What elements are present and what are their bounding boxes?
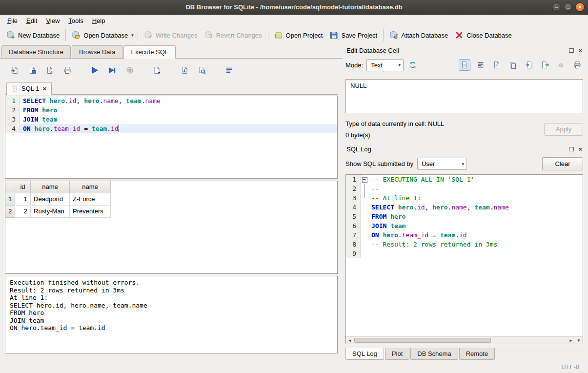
text-mode-button[interactable] — [459, 59, 470, 71]
table-row[interactable]: 22Rusty-ManPreventers — [5, 206, 337, 218]
menu-file[interactable]: File — [3, 16, 22, 26]
line-number: 4 — [5, 124, 20, 133]
table-row[interactable]: 11DeadpondZ-Force — [5, 193, 337, 206]
table-cell[interactable]: 2 — [15, 206, 31, 218]
attach-database-button[interactable]: Attach Database — [386, 29, 451, 41]
menu-tools[interactable]: Tools — [64, 16, 87, 26]
menu-help[interactable]: Help — [88, 16, 110, 26]
execute-all-button[interactable] — [89, 64, 101, 76]
save-project-button[interactable]: Save Project — [326, 29, 381, 41]
log-filter-label: Show SQL submitted by — [345, 160, 413, 167]
table-cell[interactable]: 1 — [15, 193, 31, 206]
sql-tab-close-icon[interactable]: × — [42, 85, 46, 92]
open-database-button[interactable]: Open Database — [68, 29, 131, 41]
column-header[interactable]: id — [15, 181, 31, 193]
auto-switch-mode-button[interactable] — [407, 59, 419, 71]
code-line[interactable]: 4ON hero.team_id = team.id — [5, 124, 337, 133]
table-cell[interactable]: Deadpond — [31, 193, 70, 206]
sql-log-view[interactable]: 1-- EXECUTING ALL IN 'SQL 1'2--3-- At li… — [346, 175, 583, 336]
scroll-down-icon[interactable]: ▼ — [575, 338, 583, 343]
export-cell-button[interactable] — [539, 59, 551, 71]
save-project-icon — [329, 31, 338, 40]
scroll-right-icon[interactable]: ▶ — [567, 338, 575, 343]
log-filter-select[interactable]: User ▾ — [417, 158, 467, 170]
tab-execute-sql[interactable]: Execute SQL — [123, 45, 176, 59]
sql-tab[interactable]: SQL 1 × — [6, 82, 52, 95]
import-cell-button[interactable] — [523, 59, 535, 71]
dock-tab-remote[interactable]: Remote — [459, 348, 495, 360]
find-replace-button[interactable] — [196, 64, 208, 76]
code-line[interactable]: 1SELECT hero.id, hero.name, team.name — [5, 96, 337, 105]
main-content: Database Structure Browse Data Execute S… — [0, 44, 588, 360]
code-line[interactable]: 9 — [346, 249, 583, 258]
save-sql-file-button[interactable] — [26, 64, 38, 76]
code-line[interactable]: 6JOIN team — [346, 221, 583, 230]
cell-editor[interactable]: NULL — [345, 79, 583, 113]
word-wrap-button[interactable] — [223, 64, 235, 76]
attach-database-label: Attach Database — [401, 32, 448, 39]
table-cell[interactable]: Rusty-Man — [31, 206, 70, 218]
scrollbar-track[interactable] — [354, 337, 567, 344]
fold-marker-icon[interactable] — [361, 175, 368, 184]
export-results-button[interactable] — [179, 64, 190, 76]
tab-browse-data[interactable]: Browse Data — [72, 45, 122, 58]
code-line[interactable]: 1-- EXECUTING ALL IN 'SQL 1' — [346, 175, 583, 184]
code-line[interactable]: 2-- — [346, 184, 583, 193]
row-header[interactable]: 1 — [5, 193, 15, 206]
new-database-button[interactable]: New Database — [3, 29, 63, 41]
line-number: 4 — [346, 203, 361, 212]
close-dock-icon[interactable]: × — [578, 146, 582, 152]
menu-view[interactable]: View — [41, 16, 64, 26]
clear-log-button[interactable]: Clear — [542, 157, 583, 170]
encoding-indicator[interactable]: UTF-8 — [561, 363, 579, 371]
open-project-button[interactable]: Open Project — [271, 29, 326, 41]
line-number: 1 — [5, 96, 20, 105]
toolbar-separator — [268, 29, 268, 41]
dock-tab-sql-log[interactable]: SQL Log — [345, 348, 384, 360]
open-in-editor-button[interactable] — [491, 59, 503, 71]
code-line[interactable]: 4SELECT hero.id, hero.name, team.name — [346, 203, 583, 212]
column-header[interactable]: name — [70, 181, 111, 193]
menu-edit[interactable]: Edit — [22, 16, 41, 26]
code-line[interactable]: 5FROM hero — [346, 212, 583, 221]
column-header[interactable]: name — [31, 181, 70, 193]
table-cell[interactable]: Preventers — [70, 206, 111, 218]
dock-tab-db-schema[interactable]: DB Schema — [410, 348, 458, 360]
revert-changes-label: Revert Changes — [216, 32, 262, 39]
minimize-button[interactable]: – — [552, 2, 561, 12]
dock-tab-plot[interactable]: Plot — [385, 348, 409, 360]
close-button[interactable]: × — [575, 2, 585, 12]
float-dock-icon[interactable] — [569, 147, 574, 151]
wrap-lines-button[interactable] — [475, 59, 487, 71]
toolbar-separator — [138, 29, 138, 41]
log-horizontal-scrollbar[interactable]: ◀ ▶ ▼ — [346, 336, 583, 344]
mode-select[interactable]: Text ▾ — [366, 59, 404, 71]
float-dock-icon[interactable] — [569, 48, 574, 53]
maximize-button[interactable]: □ — [564, 2, 573, 12]
open-project-icon — [274, 31, 283, 40]
print-sql-button[interactable] — [61, 64, 73, 76]
tab-database-structure[interactable]: Database Structure — [1, 45, 71, 58]
row-header[interactable]: 2 — [5, 206, 15, 218]
window-title: DB Browser for SQLite - /home/user/code/… — [0, 3, 588, 11]
table-cell[interactable]: Z-Force — [70, 193, 111, 206]
save-sql-as-button[interactable] — [44, 64, 56, 76]
sql-editor[interactable]: 1SELECT hero.id, hero.name, team.name2FR… — [5, 96, 338, 179]
code-line[interactable]: 3-- At line 1: — [346, 193, 583, 203]
open-sql-file-button[interactable] — [9, 64, 20, 76]
copy-cell-button[interactable] — [507, 59, 519, 71]
close-dock-icon[interactable]: × — [578, 47, 582, 54]
open-tab-button[interactable] — [151, 64, 163, 76]
copy-icon — [509, 61, 517, 69]
scroll-left-icon[interactable]: ◀ — [346, 338, 354, 343]
code-line[interactable]: 8-- Result: 2 rows returned in 3ms — [346, 240, 583, 249]
execute-line-button[interactable] — [106, 64, 118, 76]
close-database-button[interactable]: Close Database — [451, 29, 515, 41]
scrollbar-thumb[interactable] — [354, 338, 491, 343]
code-line[interactable]: 7ON hero.team_id = team.id — [346, 230, 583, 240]
code-line[interactable]: 3JOIN team — [5, 115, 337, 124]
code-line[interactable]: 2FROM hero — [5, 105, 337, 115]
print-cell-button[interactable] — [571, 59, 583, 71]
open-database-dropdown[interactable]: ▾ — [131, 31, 135, 40]
execution-message[interactable]: Execution finished without errors. Resul… — [5, 276, 338, 353]
